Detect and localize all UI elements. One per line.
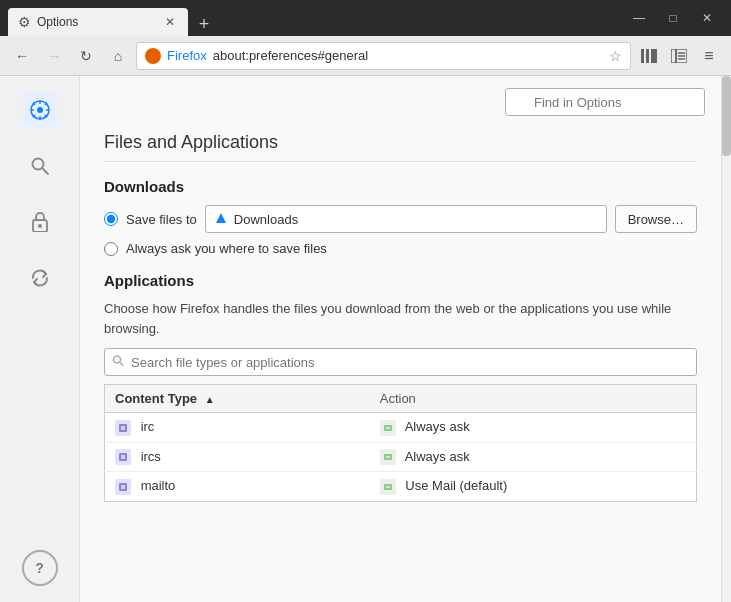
maximize-button[interactable]: □ — [657, 4, 689, 32]
window-controls: — □ ✕ — [623, 4, 723, 32]
table-row[interactable]: irc Always ask — [105, 413, 697, 443]
bookmark-star-icon[interactable]: ☆ — [609, 48, 622, 64]
svg-rect-37 — [119, 483, 127, 491]
svg-rect-32 — [119, 453, 127, 461]
nav-bar: ← → ↻ ⌂ Firefox about:preferences#genera… — [0, 36, 731, 76]
back-button[interactable]: ← — [8, 42, 36, 70]
content-inner: Files and Applications Downloads Save fi… — [80, 124, 721, 526]
type-cell: ircs — [105, 442, 370, 472]
type-cell: mailto — [105, 472, 370, 502]
find-options-input[interactable] — [505, 88, 705, 116]
save-files-label: Save files to — [126, 212, 197, 227]
always-ask-row: Always ask you where to save files — [104, 241, 697, 256]
find-options-area — [80, 76, 721, 124]
url-bar[interactable]: Firefox about:preferences#general ☆ — [136, 42, 631, 70]
save-files-radio[interactable] — [104, 212, 118, 226]
applications-description: Choose how Firefox handles the files you… — [104, 299, 697, 338]
save-files-row: Save files to Downloads Browse… — [104, 205, 697, 233]
find-options-wrap — [505, 88, 705, 116]
help-button[interactable]: ? — [22, 550, 58, 586]
svg-rect-2 — [651, 49, 657, 63]
type-icon — [115, 420, 131, 436]
nav-right-icons: ≡ — [635, 42, 723, 70]
tab-title: Options — [37, 15, 78, 29]
tab-bar: ⚙ Options ✕ + — [8, 0, 619, 36]
action-icon — [380, 449, 396, 465]
table-header-row: Content Type ▲ Action — [105, 385, 697, 413]
table-row[interactable]: ircs Always ask — [105, 442, 697, 472]
sidebar: ? — [0, 76, 80, 602]
content-area[interactable]: Files and Applications Downloads Save fi… — [80, 76, 721, 602]
folder-arrow-icon — [214, 211, 228, 228]
applications-title: Applications — [104, 272, 697, 289]
action-icon — [380, 479, 396, 495]
library-icon[interactable] — [635, 42, 663, 70]
downloads-title: Downloads — [104, 178, 697, 195]
scrollbar-thumb[interactable] — [722, 76, 731, 156]
close-button[interactable]: ✕ — [691, 4, 723, 32]
url-text: about:preferences#general — [213, 48, 368, 63]
svg-point-9 — [37, 107, 43, 113]
svg-marker-24 — [216, 213, 226, 223]
firefox-label: Firefox — [167, 48, 207, 63]
type-icon — [115, 449, 131, 465]
table-row[interactable]: mailto Use Mail (default) — [105, 472, 697, 502]
download-folder-row: Downloads Browse… — [205, 205, 697, 233]
tab-gear-icon: ⚙ — [18, 14, 31, 30]
forward-button: → — [40, 42, 68, 70]
main-layout: ? Files and Applications Downloads — [0, 76, 731, 602]
browse-button[interactable]: Browse… — [615, 205, 697, 233]
new-tab-button[interactable]: + — [192, 12, 216, 36]
title-bar: ⚙ Options ✕ + — □ ✕ — [0, 0, 731, 36]
menu-button[interactable]: ≡ — [695, 42, 723, 70]
sidebar-toggle-icon[interactable] — [665, 42, 693, 70]
svg-line-19 — [42, 168, 48, 174]
folder-name: Downloads — [234, 212, 298, 227]
svg-rect-1 — [646, 49, 649, 63]
minimize-button[interactable]: — — [623, 4, 655, 32]
sidebar-item-search[interactable] — [22, 148, 58, 184]
action-cell: Always ask — [370, 413, 697, 443]
applications-table: Content Type ▲ Action — [104, 384, 697, 502]
section-title: Files and Applications — [104, 132, 697, 162]
sidebar-item-privacy[interactable] — [22, 204, 58, 240]
firefox-logo — [145, 48, 161, 64]
svg-point-21 — [38, 224, 42, 228]
action-icon — [380, 420, 396, 436]
svg-rect-0 — [641, 49, 644, 63]
sidebar-item-general[interactable] — [22, 92, 58, 128]
action-cell: Always ask — [370, 442, 697, 472]
app-search-input[interactable] — [104, 348, 697, 376]
folder-dropdown[interactable]: Downloads — [205, 205, 607, 233]
app-search-wrap — [104, 348, 697, 376]
sort-arrow-icon: ▲ — [205, 394, 215, 405]
right-scrollbar[interactable] — [721, 76, 731, 602]
always-ask-radio[interactable] — [104, 242, 118, 256]
type-icon — [115, 479, 131, 495]
type-cell: irc — [105, 413, 370, 443]
action-cell: Use Mail (default) — [370, 472, 697, 502]
svg-rect-27 — [119, 424, 127, 432]
content-type-column-header[interactable]: Content Type ▲ — [105, 385, 370, 413]
tab-close-button[interactable]: ✕ — [162, 14, 178, 30]
home-button[interactable]: ⌂ — [104, 42, 132, 70]
action-column-header[interactable]: Action — [370, 385, 697, 413]
refresh-button[interactable]: ↻ — [72, 42, 100, 70]
always-ask-label: Always ask you where to save files — [126, 241, 327, 256]
options-tab[interactable]: ⚙ Options ✕ — [8, 8, 188, 36]
sidebar-item-sync[interactable] — [22, 260, 58, 296]
